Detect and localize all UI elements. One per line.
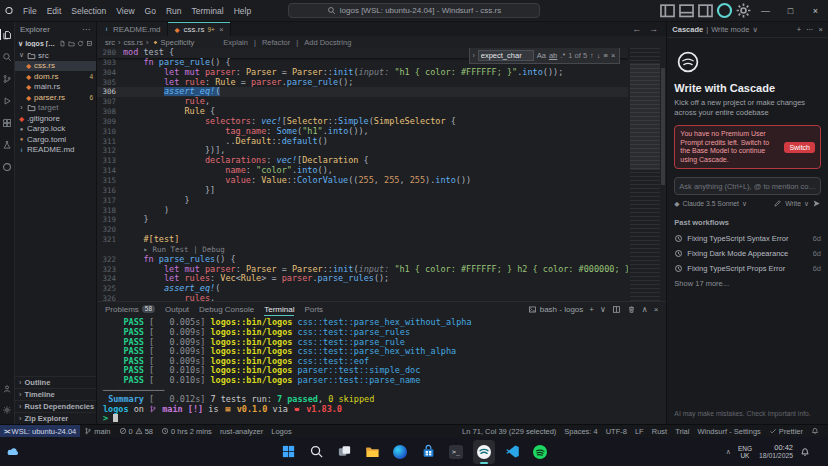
code-line[interactable]: 312 })], [97, 146, 628, 156]
editor-scrollbar[interactable] [660, 48, 666, 301]
workflow-fixing-typescript-syntax-error[interactable]: Fixing TypeScript Syntax Error6d [674, 231, 821, 246]
sidebar-section-zip-explorer[interactable]: ›Zip Explorer [15, 412, 96, 424]
close-button[interactable]: × [803, 0, 828, 21]
sidebar-section-timeline[interactable]: ›Timeline [15, 388, 96, 400]
tree-item-css-rs[interactable]: ◆css.rs [15, 61, 96, 72]
workspace-section-header[interactable]: ∨ logos [WSL: ubuntu-24.04] [15, 37, 96, 50]
code-line[interactable]: 315 value: Value::ColorValue((255, 255, … [97, 176, 628, 186]
code-line[interactable]: 308 Rule { [97, 107, 628, 117]
tab-css-rs[interactable]: ◆css.rs9+× [168, 22, 231, 36]
tree-item-cargo-toml[interactable]: ●Cargo.toml [15, 134, 96, 145]
sidebar-more-icon[interactable]: ⋯ [82, 25, 91, 34]
status-trial[interactable]: Trial [671, 425, 693, 437]
panel-tab-debug-console[interactable]: Debug Console [199, 302, 254, 316]
cascade-more-icon[interactable]: ⋯ [806, 25, 814, 34]
menu-terminal[interactable]: Terminal [187, 6, 229, 16]
tree-item-parser-rs[interactable]: ◆parser.rs6 [15, 92, 96, 103]
match-case-icon[interactable]: Aa [537, 51, 546, 60]
find-close-icon[interactable]: × [611, 51, 615, 60]
code-line[interactable]: 311 ..Default::default() [97, 137, 628, 147]
regex-icon[interactable]: .* [560, 51, 565, 60]
terminal-output[interactable]: PASS [ 0.005s] logos::bin/logos css::tes… [97, 316, 666, 424]
workflow-fixing-dark-mode-appearance[interactable]: Fixing Dark Mode Appearance6d [674, 246, 821, 261]
new-folder-icon[interactable] [68, 40, 75, 47]
breadcrumb-item[interactable]: css.rs [124, 38, 144, 47]
status-indentation[interactable]: Spaces: 4 [560, 425, 601, 437]
breadcrumb-item[interactable]: Specificity [152, 38, 195, 47]
activity-search[interactable] [0, 50, 15, 63]
workflow-fixing-typescript-props-error[interactable]: Fixing TypeScript Props Error6d [674, 261, 821, 276]
code-line[interactable]: 304 let mut parser: Parser = Parser::ini… [97, 68, 628, 78]
settings-gear-icon[interactable] [734, 0, 753, 21]
code-line[interactable]: 314 name: "color".into(), [97, 166, 628, 176]
code-line[interactable]: 323 let mut parser: Parser = Parser::ini… [97, 265, 628, 275]
taskbar-start[interactable] [277, 440, 299, 464]
language-indicator[interactable]: ENGUK [738, 445, 752, 459]
code-line[interactable]: 326 rules, [97, 294, 628, 301]
code-line[interactable]: 319 } [97, 215, 628, 225]
status-language[interactable]: Rust [648, 425, 671, 437]
taskbar-spotify[interactable] [529, 440, 551, 464]
minimap[interactable] [630, 48, 660, 301]
tree-item-readme-md[interactable]: iREADME.md [15, 145, 96, 156]
code-lens-line[interactable]: ▸ Run Test | Debug [97, 245, 628, 255]
activity-account[interactable] [0, 382, 15, 395]
activity-explorer[interactable] [0, 28, 15, 41]
code-line[interactable]: 324 let rules: Vec<Rule> = parser.parse_… [97, 274, 628, 284]
lens-refactor[interactable]: Refactor [262, 38, 290, 47]
code-editor[interactable]: 280mod test {303 fn parse_rule() {304 le… [97, 48, 666, 301]
tray-overflow-icon[interactable]: ∧ [726, 448, 731, 456]
mode-selector[interactable]: Write [785, 200, 801, 207]
notification-bell-icon[interactable] [800, 447, 810, 457]
panel-tab-output[interactable]: Output [165, 302, 189, 316]
activity-settings[interactable] [0, 403, 15, 416]
command-center[interactable]: logos [WSL: ubuntu-24.04] - Windsurf - c… [288, 3, 540, 18]
taskbar-file-explorer[interactable] [361, 440, 383, 464]
menu-run[interactable]: Run [161, 6, 187, 16]
chevron-down-icon[interactable]: ∨ [752, 25, 758, 34]
tree-item-src[interactable]: ∨src [15, 50, 96, 61]
menu-view[interactable]: View [111, 6, 139, 16]
minimize-button[interactable]: — [753, 0, 778, 21]
nav-forward-icon[interactable]: → [649, 24, 658, 34]
menu-edit[interactable]: Edit [42, 6, 67, 16]
widgets-icon[interactable] [6, 445, 20, 459]
breadcrumb-item[interactable]: src [105, 38, 115, 47]
taskbar-edge[interactable] [389, 440, 411, 464]
find-input[interactable] [478, 50, 534, 61]
code-line[interactable]: 321 #[test] [97, 235, 628, 245]
panel-tab-ports[interactable]: Ports [304, 302, 323, 316]
switch-model-button[interactable]: Switch [784, 142, 815, 153]
toggle-sidebar-icon[interactable] [658, 0, 677, 21]
tab-close-icon[interactable]: × [219, 25, 224, 34]
taskbar-windsurf[interactable] [473, 440, 495, 464]
toggle-secondary-sidebar-icon[interactable] [696, 0, 715, 21]
menu-go[interactable]: Go [140, 6, 161, 16]
model-selector[interactable]: Claude 3.5 Sonnet [683, 200, 739, 207]
tree-item-main-rs[interactable]: ◆main.rs [15, 82, 96, 93]
menu-help[interactable]: Help [229, 6, 256, 16]
tree-item-target[interactable]: ›target [15, 103, 96, 114]
cascade-close-icon[interactable]: × [819, 25, 823, 34]
new-terminal-icon[interactable]: + [589, 305, 594, 314]
code-line[interactable]: 325 assert_eq!( [97, 284, 628, 294]
find-in-selection-icon[interactable]: ≡ [604, 51, 608, 60]
lens-explain[interactable]: Explain [223, 38, 248, 47]
windsurf-account-icon[interactable] [715, 0, 734, 21]
code-line[interactable]: 316 }] [97, 186, 628, 196]
taskbar-terminal-app[interactable]: >_ [445, 440, 467, 464]
taskbar-task-view[interactable] [333, 440, 355, 464]
activity-testing[interactable] [0, 138, 15, 151]
panel-tab-terminal[interactable]: Terminal [264, 302, 294, 316]
code-line[interactable]: 307 rule, [97, 97, 628, 107]
send-icon[interactable] [812, 199, 821, 208]
new-cascade-icon[interactable]: + [797, 25, 801, 34]
status-remote[interactable]: ><WSL: ubuntu-24.04 [0, 425, 80, 437]
tree-item-dom-rs[interactable]: ◆dom.rs4 [15, 71, 96, 82]
menu-selection[interactable]: Selection [66, 6, 111, 16]
sidebar-section-rust-dependencies[interactable]: ›Rust Dependencies [15, 400, 96, 412]
activity-cascade[interactable] [0, 160, 15, 173]
lens-add-docstring[interactable]: Add Docstring [304, 38, 351, 47]
show-more-link[interactable]: Show 17 more... [674, 279, 821, 288]
find-next-icon[interactable]: ↓ [597, 51, 601, 60]
